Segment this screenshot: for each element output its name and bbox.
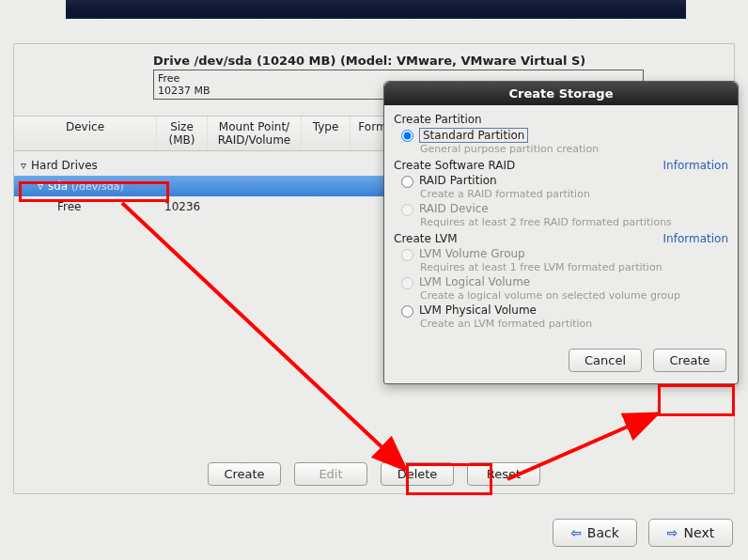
delete-button[interactable]: Delete xyxy=(381,462,454,486)
radio-raid-partition[interactable]: RAID Partition xyxy=(401,174,728,188)
radio-lvm-pv[interactable]: LVM Physical Volume xyxy=(401,303,728,318)
raid-info-link[interactable]: Information xyxy=(663,159,728,172)
edit-button: Edit xyxy=(294,462,367,486)
radio-input[interactable] xyxy=(401,130,413,142)
section-create-raid: Create Software RAID Information xyxy=(394,159,728,172)
section-create-lvm: Create LVM Information xyxy=(394,232,728,245)
dialog-body: Create Partition Standard Partition Gene… xyxy=(384,105,738,339)
radio-input xyxy=(401,204,413,216)
col-device[interactable]: Device xyxy=(14,117,157,150)
hint-lvm-lv: Create a logical volume on selected volu… xyxy=(420,289,728,302)
radio-input xyxy=(401,249,413,261)
chevron-down-icon[interactable]: ▿ xyxy=(35,179,46,193)
col-type[interactable]: Type xyxy=(302,117,351,150)
hint-lvm-pv: Create an LVM formated partition xyxy=(420,318,728,330)
col-mount[interactable]: Mount Point/ RAID/Volume xyxy=(208,117,302,150)
dialog-buttons: Cancel Create xyxy=(384,339,738,383)
radio-raid-device: RAID Device xyxy=(401,202,728,216)
hint-lvm-vg: Requires at least 1 free LVM formated pa… xyxy=(420,261,728,273)
hint-standard: General purpose partition creation xyxy=(420,143,728,155)
cancel-button[interactable]: Cancel xyxy=(569,349,642,372)
back-button[interactable]: ⇦ Back xyxy=(553,519,637,547)
radio-input xyxy=(401,277,413,289)
radio-lvm-vg: LVM Volume Group xyxy=(401,247,728,261)
col-size[interactable]: Size (MB) xyxy=(157,117,208,150)
dialog-create-button[interactable]: Create xyxy=(653,349,726,372)
drive-title: Drive /dev/sda (10240 MB) (Model: VMware… xyxy=(153,54,644,68)
radio-input[interactable] xyxy=(401,176,413,188)
nav-buttons: ⇦ Back ⇨ Next xyxy=(553,519,733,547)
section-create-partition: Create Partition xyxy=(394,113,728,126)
next-button[interactable]: ⇨ Next xyxy=(648,519,733,547)
action-buttons: Create Edit Delete Reset xyxy=(14,462,734,486)
hint-raid-partition: Create a RAID formated partition xyxy=(420,188,728,200)
lvm-info-link[interactable]: Information xyxy=(663,232,728,245)
radio-standard-partition[interactable]: Standard Partition xyxy=(401,128,728,143)
arrow-left-icon: ⇦ xyxy=(570,525,582,540)
arrow-right-icon: ⇨ xyxy=(667,525,678,540)
installer-banner xyxy=(66,0,686,19)
radio-lvm-lv: LVM Logical Volume xyxy=(401,275,728,289)
radio-input[interactable] xyxy=(401,305,413,318)
hint-raid-device: Requires at least 2 free RAID formated p… xyxy=(420,216,728,228)
chevron-down-icon[interactable]: ▿ xyxy=(18,159,29,172)
create-button[interactable]: Create xyxy=(208,462,281,486)
reset-button[interactable]: Reset xyxy=(467,462,540,486)
create-storage-dialog: Create Storage Create Partition Standard… xyxy=(383,81,739,384)
dialog-title: Create Storage xyxy=(384,82,738,105)
